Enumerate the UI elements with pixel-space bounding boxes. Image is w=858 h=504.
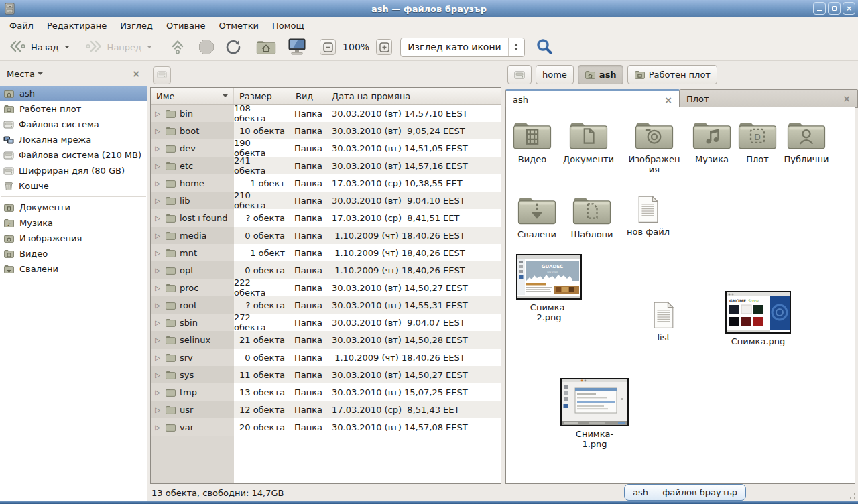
breadcrumb-ash[interactable]: ash — [578, 65, 623, 84]
table-row-etc[interactable]: ▷etc241 обектаПапка30.03.2010 (вт) 14,57… — [151, 157, 501, 174]
up-button[interactable] — [167, 37, 188, 57]
breadcrumb-home[interactable]: home — [536, 65, 574, 84]
sidebar-item-кошче[interactable]: Кошче — [0, 178, 147, 194]
file-item-свалени[interactable]: Свалени — [511, 193, 562, 239]
reload-button[interactable] — [223, 37, 243, 57]
expander-icon[interactable]: ▷ — [154, 267, 162, 274]
table-row-sys[interactable]: ▷sys11 обектаПапка30.03.2010 (вт) 14,50,… — [151, 366, 501, 383]
column-header-date[interactable]: Дата на промяна — [326, 88, 501, 104]
resize-grip[interactable] — [849, 493, 856, 499]
menu-4[interactable]: Отиване — [160, 19, 212, 33]
table-row-opt[interactable]: ▷opt0 обектаПапка 1.10.2009 (чт) 18,40,2… — [151, 261, 501, 279]
sidebar-item-файлова-система-210-mb-[interactable]: Файлова система (210 MB) — [0, 147, 147, 163]
menu-1[interactable]: Файл — [3, 19, 40, 33]
table-row-proc[interactable]: ▷proc222 обектаПапка30.03.2010 (вт) 14,5… — [151, 279, 501, 296]
expander-icon[interactable]: ▷ — [154, 336, 162, 344]
menu-3[interactable]: Изглед — [113, 19, 160, 33]
sidebar-item-работен-плот[interactable]: Работен плот — [0, 101, 147, 117]
expander-icon[interactable]: ▷ — [154, 145, 162, 152]
menu-6[interactable]: Помощ — [265, 19, 311, 33]
table-row-media[interactable]: ▷media0 обектаПапка 1.10.2009 (чт) 18,40… — [151, 227, 501, 244]
file-item-публични[interactable]: Публични — [780, 118, 833, 164]
table-row-selinux[interactable]: ▷selinux21 обектаПапка30.03.2010 (вт) 14… — [151, 331, 501, 349]
sidebar-item-шифриран-дял-80-gb-[interactable]: Шифриран дял (80 GB) — [0, 163, 147, 178]
sidebar-item-ash[interactable]: ash — [0, 86, 147, 101]
file-item-музика[interactable]: Музика — [688, 118, 735, 164]
expander-icon[interactable]: ▷ — [154, 406, 162, 414]
file-item-нов-файл[interactable]: нов файл — [623, 195, 673, 237]
sidebar-item-музика[interactable]: ♪Музика — [0, 215, 147, 231]
minimize-button[interactable] — [813, 2, 826, 15]
expander-icon[interactable]: ▷ — [154, 180, 162, 187]
expander-icon[interactable]: ▷ — [154, 424, 162, 431]
menu-2[interactable]: Редактиране — [40, 19, 113, 33]
table-row-home[interactable]: ▷home1 обектПапка17.03.2010 (ср) 10,38,5… — [151, 174, 501, 192]
expander-icon[interactable]: ▷ — [154, 127, 162, 135]
sidebar-item-видео[interactable]: Видео — [0, 246, 147, 261]
table-row-root[interactable]: ▷root? обектаПапка30.03.2010 (вт) 14,55,… — [151, 296, 501, 314]
expander-icon[interactable]: ▷ — [154, 371, 162, 379]
file-item-документи[interactable]: Документи — [560, 118, 617, 164]
maximize-button[interactable] — [828, 2, 841, 15]
tab-ash[interactable]: ash× — [505, 89, 680, 108]
file-item-изображения[interactable]: Изображения — [626, 118, 682, 174]
sidebar-item-файлова-система[interactable]: Файлова система — [0, 117, 147, 132]
breadcrumb-Работен плот[interactable]: Работен плот — [627, 65, 717, 84]
sidebar-item-изображения[interactable]: Изображения — [0, 231, 147, 246]
forward-button[interactable]: Напред — [80, 36, 156, 58]
forward-dropdown-caret[interactable] — [147, 46, 152, 51]
file-item-list[interactable]: list — [644, 301, 684, 342]
expander-icon[interactable]: ▷ — [154, 249, 162, 257]
table-row-bin[interactable]: ▷bin108 обектаПапка30.03.2010 (вт) 14,57… — [151, 105, 501, 122]
expander-icon[interactable]: ▷ — [154, 197, 162, 204]
computer-button[interactable] — [286, 36, 308, 58]
table-row-sbin[interactable]: ▷sbin272 обектаПапка30.03.2010 (вт) 9,04… — [151, 314, 501, 331]
table-row-tmp[interactable]: ▷tmp13 обектаПапка30.03.2010 (вт) 15,07,… — [151, 383, 501, 401]
column-header-type[interactable]: Вид — [290, 88, 326, 104]
sidebar-close-icon[interactable]: × — [132, 68, 140, 79]
column-header-name[interactable]: Име — [151, 88, 234, 104]
stop-button[interactable] — [196, 37, 217, 57]
tab-Плот[interactable]: Плот× — [680, 89, 858, 108]
back-dropdown-caret[interactable] — [64, 46, 70, 51]
sidebar-item-документи[interactable]: Документи — [0, 200, 147, 215]
table-row-lost+found[interactable]: ▷lost+found? обектаПапка17.03.2010 (ср) … — [151, 209, 501, 227]
menu-5[interactable]: Отметки — [212, 19, 265, 33]
tab-close-icon[interactable]: × — [664, 94, 672, 105]
expander-icon[interactable]: ▷ — [154, 389, 162, 396]
view-mode-select[interactable]: Изглед като икони — [400, 38, 525, 57]
file-item-шаблони[interactable]: Шаблони — [565, 193, 619, 239]
file-item-видео[interactable]: Видео — [509, 118, 556, 164]
sidebar-title[interactable]: Места — [7, 69, 35, 79]
expander-icon[interactable]: ▷ — [154, 302, 162, 309]
table-row-dev[interactable]: ▷dev190 обектаПапка30.03.2010 (вт) 14,51… — [151, 139, 501, 157]
expander-icon[interactable]: ▷ — [154, 319, 162, 326]
taskbar-window-button[interactable]: ash — файлов браузър — [624, 484, 746, 501]
expander-icon[interactable]: ▷ — [154, 214, 162, 222]
sidebar-item-свалени[interactable]: Свалени — [0, 261, 147, 277]
file-manager-icon[interactable] — [3, 2, 17, 15]
tree-root-button[interactable] — [153, 66, 171, 84]
expander-icon[interactable]: ▷ — [154, 284, 162, 292]
table-row-boot[interactable]: ▷boot10 обектаПапка30.03.2010 (вт) 9,05,… — [151, 122, 501, 139]
home-button[interactable] — [255, 37, 278, 57]
table-row-usr[interactable]: ▷usr12 обектаПапка17.03.2010 (ср) 8,51,4… — [151, 401, 501, 418]
table-row-mnt[interactable]: ▷mnt1 обектПапка 1.10.2009 (чт) 18,40,26… — [151, 244, 501, 261]
breadcrumb-root[interactable] — [507, 65, 532, 84]
zoom-in-button[interactable] — [376, 39, 392, 55]
file-item-снимка-1.png[interactable]: Снимка-1.png — [573, 378, 616, 449]
file-item-снимка-2.png[interactable]: GUADECjuly 2010Снимка-2.png — [528, 254, 570, 322]
column-header-size[interactable]: Размер — [234, 88, 290, 104]
table-row-var[interactable]: ▷var20 обектаПапка30.03.2010 (вт) 14,57,… — [151, 418, 501, 436]
table-row-lib[interactable]: ▷lib210 обектаПапка30.03.2010 (вт) 9,04,… — [151, 192, 501, 209]
file-item-плот[interactable]: DПлот — [737, 118, 778, 164]
expander-icon[interactable]: ▷ — [154, 354, 162, 361]
expander-icon[interactable]: ▷ — [154, 162, 162, 170]
search-button[interactable] — [534, 36, 556, 58]
table-row-srv[interactable]: ▷srv0 обектаПапка 1.10.2009 (чт) 18,40,2… — [151, 349, 501, 366]
back-button[interactable]: Назад — [4, 36, 74, 58]
tab-close-icon[interactable]: × — [843, 93, 851, 104]
expander-icon[interactable]: ▷ — [154, 110, 162, 117]
close-button[interactable]: × — [843, 2, 855, 15]
file-item-снимка.png[interactable]: GNOMEStoreСнимка.png — [726, 291, 790, 346]
